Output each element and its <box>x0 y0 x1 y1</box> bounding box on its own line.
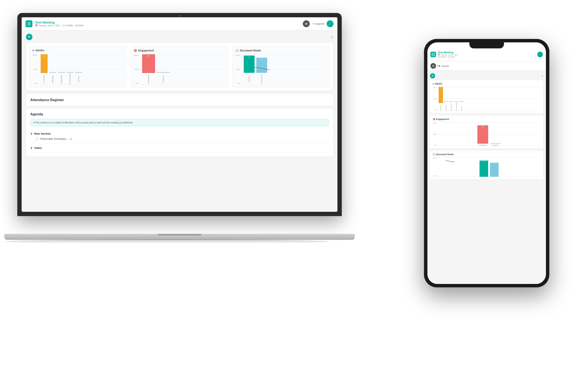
agenda-item-label: Returnable Schedules......2 <box>41 138 72 140</box>
y-label: 100% <box>433 157 436 159</box>
rsvp-icon: ↩ <box>32 49 34 52</box>
mobile-docreads-title: 📋 Document Reads <box>433 153 541 156</box>
laptop-screen: Test Meeting 📅 Tuesday, June 6, 2023 🕐 8… <box>22 17 338 212</box>
rsvp-chart-area: 100% 50% 0% <box>32 54 124 84</box>
mobile-rsvp-bars: 6 No RSVP Attending <box>437 87 541 111</box>
stats-card: ↩ RSVPs 100% 50% 0% <box>26 43 333 91</box>
hamburger-line <box>432 54 435 55</box>
agenda-item-returnable[interactable]: 📄 Returnable Schedules......2 <box>30 136 329 141</box>
bar <box>449 101 453 102</box>
bar-label: No RSVP <box>440 104 441 111</box>
attendance-title: Attendance Register <box>30 98 329 102</box>
bar <box>444 101 448 102</box>
hamburger-line <box>27 24 31 24</box>
mobile-engagement-bars: 6 Unprepared Prepared <box>437 122 541 146</box>
engagement-bars: 6 Unprepared Prepared <box>140 54 172 84</box>
bar-label: Unprepared <box>479 144 487 146</box>
bar-item-attending: Attending <box>49 54 56 84</box>
mobile-bar-attending: Attending <box>444 87 448 111</box>
bar-item-unprepared: 6 Unprepared <box>142 54 155 84</box>
eye-icon: 👁 <box>28 35 31 39</box>
y-label: 100% <box>433 122 436 124</box>
mobile-meeting-title: Test Meeting <box>438 51 535 54</box>
agenda-title: Agenda <box>30 112 329 116</box>
section-name: New Section <box>34 132 51 135</box>
rsvp-bars: 6 No RSVP Attending <box>39 54 84 84</box>
avatar: H <box>303 20 310 27</box>
bar-label: Documents <box>261 74 262 84</box>
mobile-logout-row: H ↪ Log out <box>427 61 546 71</box>
engagement-bars-area: 6 Unprepared Prepared <box>140 54 225 84</box>
mobile-logout-arrow: ↪ <box>437 64 440 68</box>
bar-item-documents: 1 Documents <box>256 54 267 84</box>
hamburger-line <box>432 53 435 54</box>
y-label: 0% <box>237 82 240 84</box>
bar <box>454 101 459 102</box>
agenda-section-header-video[interactable]: ∨ Video <box>30 145 329 151</box>
doc-chart-area: 100% 50% 0% <box>235 54 327 84</box>
hamburger-line <box>432 56 435 56</box>
bar-unprepared: 6 <box>142 54 155 73</box>
bar: 6 <box>439 87 443 103</box>
mobile-rsvp-y-labels: 100% 50% 0% <box>433 87 437 111</box>
mobile-doc-icon: 📋 <box>433 153 435 156</box>
mobile-hamburger[interactable] <box>430 52 436 57</box>
bar-remote <box>75 72 82 73</box>
mobile-doc-bars-area: 1 1 <box>437 157 541 177</box>
mobile-visibility-button[interactable]: 👁 <box>430 73 435 78</box>
mobile-title-block: Test Meeting 📅 Tuesday, June 6, 2023 🕐 8… <box>438 51 535 58</box>
engagement-title: 🎯 Engagement <box>134 49 225 52</box>
bar-label: Not Attending <box>69 74 71 84</box>
mobile-engagement-chart: 100% 50% 0% <box>433 122 541 146</box>
mobile-bar-mayattend: May Attend <box>449 87 453 111</box>
bar-documents: 1 <box>256 58 267 73</box>
mobile-stats-header: 👁 ∧ <box>430 73 543 78</box>
agenda-section-header-new[interactable]: ∨ New Section <box>30 131 329 136</box>
visibility-button[interactable]: 👁 <box>26 34 33 40</box>
mobile-docreads-chart: 100% 50% <box>433 157 541 177</box>
y-label: 50% <box>433 133 436 135</box>
bar-opened: 1 <box>244 56 254 73</box>
mobile-rsvp-title: ↩ RSVPs <box>433 83 541 85</box>
mobile-rsvp-chart: 100% 50% 0% <box>433 87 541 111</box>
collapse-button[interactable]: ∧ <box>331 35 333 39</box>
app-header: Test Meeting 📅 Tuesday, June 6, 2023 🕐 8… <box>22 17 338 30</box>
mobile-doc-bars: 1 1 <box>437 157 541 177</box>
bar-label: Not Attending <box>456 102 457 111</box>
mobile-bar-opened: 1 <box>479 157 488 177</box>
logout-button[interactable]: ↪ Log out <box>312 22 324 25</box>
meeting-date: 📅 Tuesday, June 6, 2023 <box>35 24 60 27</box>
laptop-camera <box>178 15 181 17</box>
header-title-block: Test Meeting 📅 Tuesday, June 6, 2023 🕐 8… <box>35 20 83 27</box>
mobile-collapse-button[interactable]: ∧ <box>541 74 543 77</box>
rsvp-title: ↩ RSVPs <box>32 49 124 52</box>
mobile-rsvp-icon: ↩ <box>433 83 434 85</box>
mobile-engagement-icon: 🎯 <box>433 118 435 120</box>
chevron-down-icon: ∨ <box>30 146 33 150</box>
header-right: H ↪ Log out ⋰ <box>303 20 334 27</box>
y-label: 50% <box>433 98 436 100</box>
logout-label: Log out <box>315 22 324 25</box>
header-left: Test Meeting 📅 Tuesday, June 6, 2023 🕐 8… <box>26 20 303 27</box>
hamburger-button[interactable] <box>26 20 33 27</box>
stats-section-header: 👁 ∧ <box>26 34 333 40</box>
share-button[interactable]: ⋰ <box>327 20 334 27</box>
mobile-screen: Test Meeting 📅 Tuesday, June 6, 2023 🕐 8… <box>427 42 546 284</box>
bar: 1 <box>490 163 499 177</box>
engagement-chart-area: 100% 50% 0% <box>134 54 225 84</box>
bar-value: 6 <box>148 55 149 57</box>
y-label: 50% <box>33 68 37 70</box>
mobile-share-button[interactable]: ⋰ <box>537 52 543 57</box>
mobile-bar-documents: 1 <box>490 157 499 177</box>
section-name: Video <box>34 146 42 150</box>
bar-label: Opened <box>248 74 250 84</box>
attendance-card: Attendance Register <box>26 94 333 106</box>
y-label: 50% <box>135 68 139 70</box>
y-label: 0% <box>34 82 37 84</box>
scene: Test Meeting 📅 Tuesday, June 6, 2023 🕐 8… <box>0 0 584 392</box>
bar-label: Remote <box>78 74 80 84</box>
y-label: 50% <box>433 175 436 177</box>
bar-attending <box>49 72 56 73</box>
bar-prepared <box>157 72 170 73</box>
mobile-bar-notattending: Not Attending <box>454 87 459 111</box>
